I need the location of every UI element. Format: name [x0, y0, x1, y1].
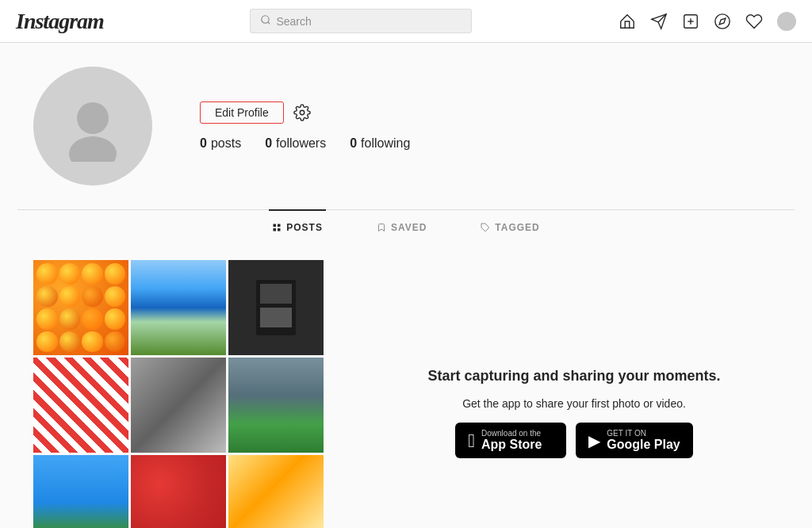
apple-icon: : [468, 430, 475, 452]
followers-count: 0: [265, 136, 272, 151]
grid-icon: [272, 223, 282, 232]
grid-cell-9[interactable]: [228, 455, 324, 528]
tag-icon: [481, 223, 490, 232]
grid-cell-3[interactable]: [228, 260, 324, 355]
tab-posts-label: POSTS: [286, 222, 323, 233]
content-area: Start capturing and sharing your moments…: [17, 244, 795, 528]
profile-header: Edit Profile 0 posts 0 followers: [33, 67, 779, 186]
profile-actions: Edit Profile: [200, 101, 779, 124]
promo-area: Start capturing and sharing your moments…: [346, 260, 779, 528]
settings-icon[interactable]: [293, 104, 311, 121]
promo-title: Start capturing and sharing your moments…: [427, 368, 720, 385]
tab-tagged-label: TAGGED: [495, 222, 539, 233]
profile-container: Edit Profile 0 posts 0 followers: [17, 43, 795, 186]
following-count: 0: [350, 136, 357, 151]
search-bar[interactable]: [250, 9, 472, 33]
tab-saved-label: SAVED: [391, 222, 427, 233]
svg-point-0: [262, 16, 269, 23]
user-avatar-large: [33, 67, 152, 186]
grid-cell-8[interactable]: [131, 455, 226, 528]
grid-cell-7[interactable]: [33, 455, 128, 528]
profile-info: Edit Profile 0 posts 0 followers: [200, 101, 779, 151]
profile-stats: 0 posts 0 followers 0 following: [200, 136, 779, 151]
add-post-icon[interactable]: [682, 13, 699, 30]
grid-cell-2[interactable]: [131, 260, 226, 355]
svg-point-9: [300, 110, 304, 115]
google-play-small-label: GET IT ON: [607, 429, 680, 438]
svg-line-1: [268, 22, 270, 25]
posts-label: posts: [211, 136, 241, 151]
bookmark-icon: [377, 223, 386, 232]
grid-cell-1[interactable]: [33, 260, 128, 355]
play-icon: ▶: [588, 431, 600, 450]
app-store-label: App Store: [481, 438, 542, 452]
edit-profile-button[interactable]: Edit Profile: [200, 101, 284, 124]
store-buttons:  Download on the App Store ▶ GET IT ON …: [455, 423, 692, 458]
svg-rect-13: [278, 228, 281, 231]
svg-rect-11: [278, 224, 281, 228]
svg-rect-16: [260, 284, 292, 304]
photo-grid: [33, 260, 324, 528]
tab-posts[interactable]: POSTS: [269, 209, 326, 244]
promo-subtitle: Get the app to share your first photo or…: [462, 397, 686, 410]
posts-stat: 0 posts: [200, 136, 241, 151]
user-avatar-small[interactable]: [777, 12, 796, 31]
avatar-wrapper: [33, 67, 152, 186]
svg-rect-12: [274, 228, 277, 231]
tab-saved[interactable]: SAVED: [373, 209, 430, 244]
home-icon[interactable]: [619, 13, 636, 30]
tab-tagged[interactable]: TAGGED: [477, 209, 542, 244]
avatar-person-svg: [57, 90, 128, 162]
app-store-small-label: Download on the: [481, 429, 542, 438]
grid-cell-5[interactable]: [131, 358, 226, 453]
google-play-label: Google Play: [607, 438, 680, 452]
instagram-logo: Instagram: [16, 9, 104, 34]
grid-cell-6[interactable]: [228, 358, 324, 453]
followers-stat[interactable]: 0 followers: [265, 136, 326, 151]
svg-rect-17: [260, 308, 292, 327]
profile-tabs: POSTS SAVED TAGGED: [17, 209, 795, 244]
grid-cell-4[interactable]: [33, 358, 128, 453]
svg-point-7: [77, 102, 109, 134]
likes-icon[interactable]: [745, 13, 763, 30]
search-icon: [260, 14, 271, 28]
search-input[interactable]: [276, 15, 462, 28]
header-nav: [619, 12, 796, 31]
svg-point-8: [69, 136, 117, 162]
photo-strip-icon: [252, 276, 300, 339]
followers-label: followers: [276, 136, 326, 151]
app-header: Instagram: [0, 0, 812, 43]
following-label: following: [361, 136, 410, 151]
app-store-button[interactable]:  Download on the App Store: [455, 423, 566, 458]
send-icon[interactable]: [650, 13, 668, 30]
svg-rect-10: [274, 224, 277, 228]
explore-icon[interactable]: [714, 13, 731, 30]
posts-count: 0: [200, 136, 207, 151]
svg-point-5: [715, 13, 730, 28]
svg-marker-6: [719, 18, 726, 25]
following-stat[interactable]: 0 following: [350, 136, 410, 151]
google-play-button[interactable]: ▶ GET IT ON Google Play: [576, 423, 692, 458]
